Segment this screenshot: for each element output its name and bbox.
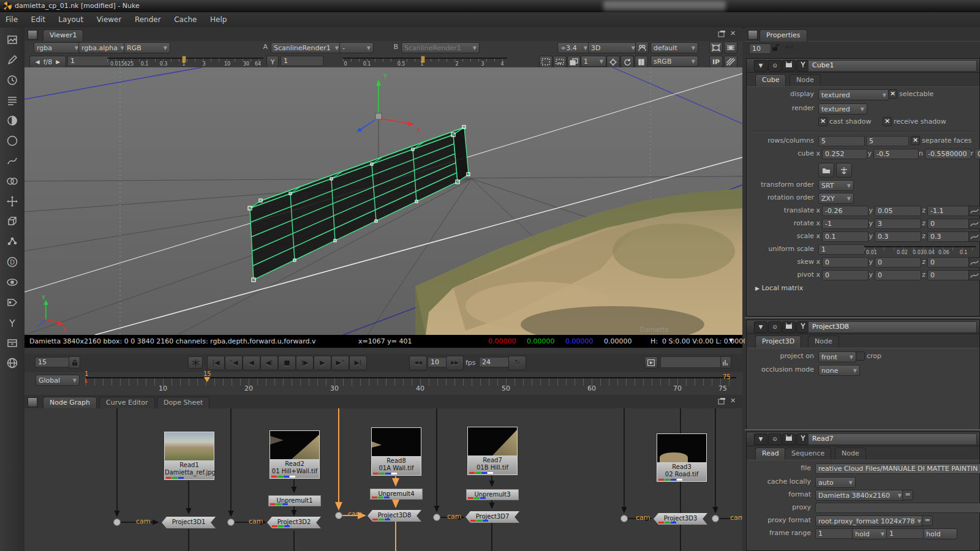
rotation-order-dropdown[interactable]: ZXY▼ [818, 193, 854, 204]
cube-r-field[interactable]: 0. [974, 149, 980, 159]
menu-help[interactable]: Help [205, 12, 232, 24]
views-icon[interactable] [4, 274, 21, 290]
proxy-format-dropdown[interactable]: root.proxy_format 1024x778▼ [815, 515, 924, 527]
channel-display-dropdown[interactable]: RGB▼ [124, 42, 170, 53]
color-icon[interactable] [4, 112, 21, 129]
viewer-colorspace-dropdown[interactable]: sRGB▼ [650, 56, 698, 67]
cast-shadow-checkbox[interactable]: × [818, 117, 827, 126]
lock-range-icon[interactable] [69, 356, 80, 369]
cube-n-field[interactable]: -0.5580000 [925, 149, 971, 159]
metadata-icon[interactable] [4, 294, 21, 310]
separate-faces-checkbox[interactable]: × [911, 136, 920, 145]
menu-file[interactable]: File [0, 12, 23, 24]
proxy-format-match-button[interactable]: = [922, 515, 933, 526]
format-dropdown[interactable]: Damietta 3840x2160▼ [815, 490, 905, 501]
prev-keyframe-button[interactable]: °◀ [225, 356, 243, 370]
render-flipbook-icon[interactable] [644, 356, 658, 369]
draw-icon[interactable] [4, 51, 21, 68]
roi-marquee-icon[interactable] [539, 56, 552, 68]
node-unpremult1[interactable]: Unpremult1 [268, 495, 321, 506]
scale-y-field[interactable]: 0.3 [875, 231, 921, 242]
gamma-toggle[interactable]: Y [266, 56, 279, 68]
occlusion-mode-dropdown[interactable]: none▼ [818, 365, 860, 376]
tab-node[interactable]: Node [790, 74, 821, 86]
update-gear-icon[interactable] [606, 56, 620, 68]
collapse-icon[interactable]: ▼ [754, 60, 767, 72]
animation-curve-icon[interactable] [968, 231, 980, 242]
gamma-field[interactable]: 1 [281, 56, 323, 66]
display-dropdown[interactable]: textured▼ [818, 89, 889, 100]
skew-z-field[interactable]: 0 [927, 257, 971, 268]
channel-icon[interactable] [4, 92, 21, 108]
gain-field[interactable]: 1 [67, 56, 110, 66]
max-panels-field[interactable]: 10 [749, 43, 771, 54]
scale-x-field[interactable]: 0.1 [822, 231, 869, 242]
gamma-slider[interactable]: 0 0.1 0.5 1 2 3 4 [343, 56, 507, 66]
float-panel-icon[interactable] [718, 30, 726, 39]
play-button[interactable]: ▶ [314, 356, 331, 370]
before-hold-dropdown[interactable]: hold▼ [852, 528, 888, 539]
cache-locally-dropdown[interactable]: auto▼ [815, 477, 856, 488]
file-path-field[interactable]: reative Cloud Files/MANUALE DI MATTE PAI… [815, 463, 980, 474]
downrez-dropdown[interactable]: 1▼ [581, 56, 606, 67]
menu-edit[interactable]: Edit [26, 12, 51, 24]
proxy-field[interactable] [815, 503, 980, 513]
monitor-icon[interactable] [782, 321, 796, 333]
panel-menu-icon[interactable] [28, 397, 37, 407]
frame-increment-field[interactable]: 10 [428, 357, 448, 367]
center-node-icon[interactable]: ⊙ [768, 433, 782, 445]
alpha-layer-dropdown[interactable]: rgba.alpha▼ [78, 42, 127, 53]
fstop-control[interactable]: ◀f/8▶ [29, 56, 66, 68]
tab-curve-editor[interactable]: Curve Editor [99, 397, 155, 409]
rows-field[interactable]: 5 [818, 136, 865, 146]
translate-z-field[interactable]: -1.1 [927, 206, 971, 216]
node-read7[interactable]: Read701B Hill.tif [467, 427, 518, 475]
timeline-settings-icon[interactable] [720, 356, 731, 369]
node-project3d2[interactable]: Project3D2 [267, 517, 321, 528]
transform-order-dropdown[interactable]: SRT▼ [818, 180, 854, 191]
animation-curve-icon[interactable] [968, 219, 980, 229]
menu-render[interactable]: Render [129, 12, 167, 24]
tab-node[interactable]: Node [835, 448, 866, 460]
input-a-dropdown[interactable]: ScanlineRender1▼ [271, 42, 342, 53]
animation-curve-icon[interactable] [968, 270, 980, 280]
frame-all-icon[interactable] [709, 42, 723, 54]
status-dropdown-icon[interactable]: ▼ [729, 337, 733, 343]
node-project3d7[interactable]: Project3D7 [466, 511, 519, 523]
tab-properties[interactable]: Properties [760, 29, 807, 42]
jump-back-button[interactable]: ◀◀ [409, 356, 427, 370]
node-read8[interactable]: Read801A Wall.tif [371, 427, 421, 476]
node-read3[interactable]: Read302 Road.tif [657, 433, 707, 482]
jump-forward-button[interactable]: ▶▶ [446, 356, 464, 370]
step-back-button[interactable]: ◀| [260, 356, 278, 370]
nodegraph-canvas[interactable]: cam cam cam cam cam cam Read1Damietta_re… [24, 408, 742, 551]
tab-viewer1[interactable]: Viewer1 [43, 29, 83, 42]
node-unpremult3[interactable]: Unpremult3 [466, 489, 519, 500]
node-read1[interactable]: Read1Damietta_ref.jpg [164, 432, 214, 480]
crop-checkbox[interactable] [856, 351, 865, 361]
time-icon[interactable] [4, 72, 21, 88]
rotate-y-field[interactable]: 3 [875, 219, 921, 229]
rotate-x-field[interactable]: -1 [822, 219, 869, 229]
proxy-toggle-icon[interactable] [553, 56, 567, 68]
monitor-icon[interactable] [782, 60, 796, 72]
columns-field[interactable]: 5 [866, 136, 909, 146]
view-mode-dropdown[interactable]: 3D▼ [588, 42, 638, 53]
pause-icon[interactable] [635, 56, 648, 68]
format-match-button[interactable]: = [902, 490, 913, 500]
current-frame-field[interactable]: 15 [35, 357, 69, 367]
center-node-icon[interactable]: ⊙ [768, 321, 782, 333]
cube-x-field[interactable]: 0.252 [822, 149, 867, 159]
range-start-field[interactable]: 1 [815, 528, 853, 539]
close-panel-icon[interactable]: ✕ [730, 397, 736, 405]
translate-x-field[interactable]: -0.26 [822, 206, 869, 216]
float-panel-icon[interactable] [718, 397, 726, 407]
pivot-x-field[interactable]: 0 [822, 270, 869, 280]
panel-menu-icon[interactable] [748, 30, 758, 40]
range-in-marker[interactable] [85, 377, 88, 383]
uniform-scale-slider[interactable]: 0.01 0.02 0.03 0.04 0.06 0.1 [864, 244, 976, 254]
scale-z-field[interactable]: 0.3 [927, 231, 971, 242]
layout-lines-icon[interactable] [724, 42, 737, 54]
range-end-field[interactable]: 1 [886, 528, 924, 539]
node-name-field[interactable]: Cube1 [808, 60, 977, 72]
